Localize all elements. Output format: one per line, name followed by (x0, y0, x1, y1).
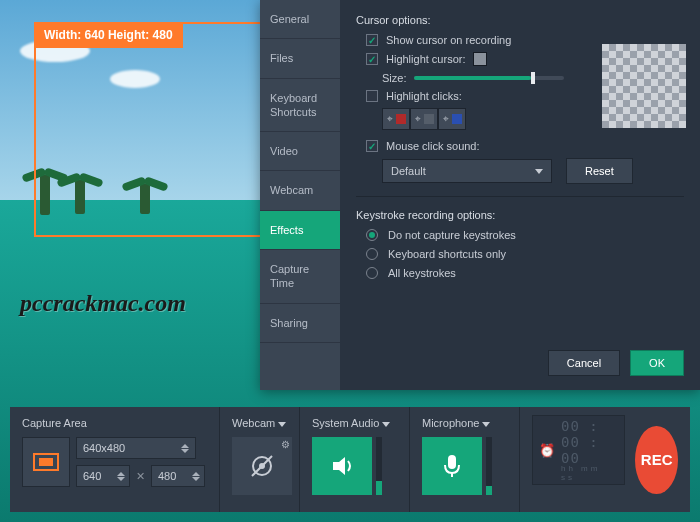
click-sound-dropdown[interactable]: Default (382, 159, 552, 183)
divider (356, 196, 684, 197)
radio-no-keystrokes[interactable] (366, 229, 378, 241)
settings-dialog: General Files Keyboard Shortcuts Video W… (260, 0, 700, 390)
effects-panel: Cursor options: Show cursor on recording… (340, 0, 700, 390)
height-value: 480 (158, 470, 176, 482)
radio-all-keystrokes-label: All keystrokes (388, 267, 456, 279)
keystroke-options-title: Keystroke recording options: (356, 209, 684, 221)
watermark-text: pccrackmac.com (20, 290, 186, 317)
click-sound-value: Default (391, 165, 426, 177)
settings-tabs: General Files Keyboard Shortcuts Video W… (260, 0, 340, 390)
tab-effects[interactable]: Effects (260, 211, 340, 250)
highlight-clicks-label: Highlight clicks: (386, 90, 462, 102)
mouse-icon: ⌖ (443, 113, 449, 125)
webcam-title: Webcam (232, 417, 287, 429)
tab-video[interactable]: Video (260, 132, 340, 171)
microphone-toggle[interactable] (422, 437, 482, 495)
cancel-button[interactable]: Cancel (548, 350, 620, 376)
resolution-dropdown[interactable]: 640x480 (76, 437, 196, 459)
resolution-value: 640x480 (83, 442, 125, 454)
screen-region-icon (33, 453, 59, 471)
show-cursor-label: Show cursor on recording (386, 34, 511, 46)
svg-marker-5 (333, 457, 345, 475)
cursor-size-slider[interactable] (414, 76, 564, 80)
tab-sharing[interactable]: Sharing (260, 304, 340, 343)
highlight-cursor-label: Highlight cursor: (386, 53, 465, 65)
height-input[interactable]: 480 (151, 465, 205, 487)
tab-files[interactable]: Files (260, 39, 340, 78)
microphone-title: Microphone (422, 417, 507, 429)
tab-capture-time[interactable]: Capture Time (260, 250, 340, 304)
size-label: Size: (382, 72, 406, 84)
reset-button[interactable]: Reset (566, 158, 633, 184)
tab-general[interactable]: General (260, 0, 340, 39)
show-cursor-checkbox[interactable] (366, 34, 378, 46)
chevron-down-icon[interactable] (278, 422, 286, 427)
timer-value: 00 : 00 : 00 (561, 418, 618, 466)
capture-dimensions-badge: Width: 640 Height: 480 (34, 22, 183, 48)
right-click-color[interactable]: ⌖ (438, 108, 466, 130)
radio-no-keystrokes-label: Do not capture keystrokes (388, 229, 516, 241)
capture-toolbar: Capture Area 640x480 640 ✕ 480 (10, 407, 690, 512)
system-audio-toggle[interactable] (312, 437, 372, 495)
radio-shortcuts-only-label: Keyboard shortcuts only (388, 248, 506, 260)
cursor-options-title: Cursor options: (356, 14, 684, 26)
width-input[interactable]: 640 (76, 465, 130, 487)
webcam-toggle[interactable]: ⚙ (232, 437, 292, 495)
alarm-clock-icon: ⏰ (539, 443, 555, 458)
scheduler-button[interactable]: ⏰ 00 : 00 : 00 hh mm ss (532, 415, 625, 485)
left-click-color[interactable]: ⌖ (382, 108, 410, 130)
highlight-cursor-color[interactable] (473, 52, 487, 66)
chevron-down-icon[interactable] (482, 422, 490, 427)
system-audio-level (376, 437, 382, 495)
system-audio-title: System Audio (312, 417, 397, 429)
capture-area-title: Capture Area (22, 417, 207, 429)
highlight-clicks-checkbox[interactable] (366, 90, 378, 102)
svg-rect-6 (448, 455, 456, 469)
radio-all-keystrokes[interactable] (366, 267, 378, 279)
speaker-icon (329, 453, 355, 479)
cursor-preview (602, 44, 686, 128)
chevron-down-icon (535, 169, 543, 174)
svg-rect-1 (39, 458, 53, 466)
record-button[interactable]: REC (635, 426, 678, 494)
middle-click-color[interactable]: ⌖ (410, 108, 438, 130)
tab-keyboard-shortcuts[interactable]: Keyboard Shortcuts (260, 79, 340, 133)
dimension-separator: ✕ (136, 470, 145, 483)
tab-webcam[interactable]: Webcam (260, 171, 340, 210)
webcam-off-icon (248, 452, 276, 480)
highlight-cursor-checkbox[interactable] (366, 53, 378, 65)
mouse-icon: ⌖ (387, 113, 393, 125)
microphone-icon (442, 453, 462, 479)
microphone-level (486, 437, 492, 495)
ok-button[interactable]: OK (630, 350, 684, 376)
mouse-click-sound-checkbox[interactable] (366, 140, 378, 152)
timer-units: hh mm ss (561, 464, 618, 482)
radio-shortcuts-only[interactable] (366, 248, 378, 260)
chevron-down-icon[interactable] (382, 422, 390, 427)
mouse-click-sound-label: Mouse click sound: (386, 140, 480, 152)
gear-icon[interactable]: ⚙ (281, 439, 290, 450)
width-value: 640 (83, 470, 101, 482)
capture-region-overlay[interactable]: Width: 640 Height: 480 (34, 22, 279, 237)
mouse-icon: ⌖ (415, 113, 421, 125)
select-area-button[interactable] (22, 437, 70, 487)
